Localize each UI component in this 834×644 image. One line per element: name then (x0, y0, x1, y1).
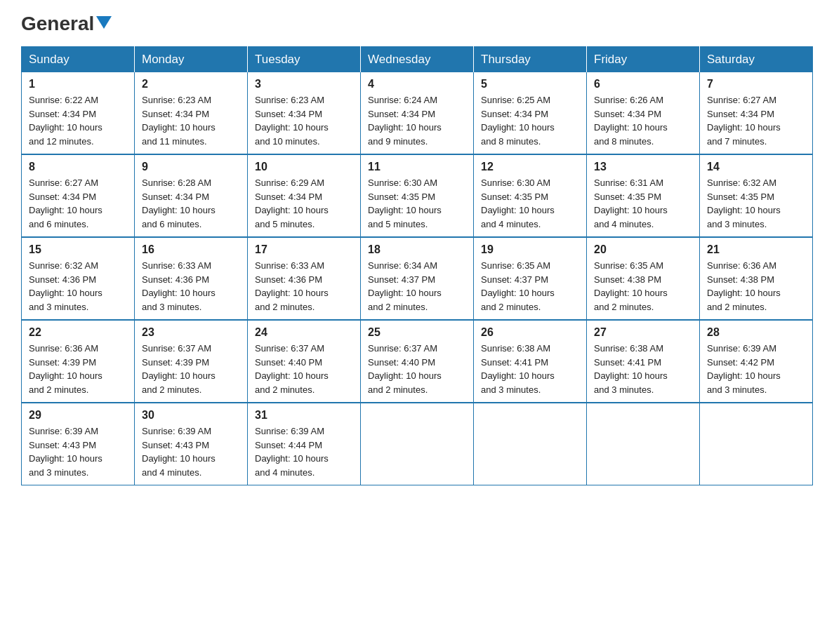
calendar-cell: 29 Sunrise: 6:39 AMSunset: 4:43 PMDaylig… (22, 403, 135, 485)
column-header-friday: Friday (587, 47, 700, 73)
day-info: Sunrise: 6:35 AMSunset: 4:38 PMDaylight:… (594, 259, 692, 314)
day-info: Sunrise: 6:28 AMSunset: 4:34 PMDaylight:… (142, 176, 240, 231)
day-info: Sunrise: 6:26 AMSunset: 4:34 PMDaylight:… (594, 93, 692, 148)
day-number: 7 (707, 78, 805, 90)
calendar-cell (361, 403, 474, 485)
day-info: Sunrise: 6:22 AMSunset: 4:34 PMDaylight:… (29, 93, 127, 148)
calendar-cell (700, 403, 813, 485)
calendar-cell: 1 Sunrise: 6:22 AMSunset: 4:34 PMDayligh… (22, 72, 135, 154)
day-number: 22 (29, 326, 127, 339)
calendar-cell: 22 Sunrise: 6:36 AMSunset: 4:39 PMDaylig… (22, 320, 135, 403)
day-info: Sunrise: 6:36 AMSunset: 4:38 PMDaylight:… (707, 259, 805, 314)
day-info: Sunrise: 6:33 AMSunset: 4:36 PMDaylight:… (255, 259, 353, 314)
day-number: 12 (481, 161, 579, 173)
day-number: 25 (368, 326, 466, 339)
day-info: Sunrise: 6:37 AMSunset: 4:40 PMDaylight:… (255, 342, 353, 396)
calendar-week-row: 8 Sunrise: 6:27 AMSunset: 4:34 PMDayligh… (22, 154, 813, 237)
day-info: Sunrise: 6:39 AMSunset: 4:44 PMDaylight:… (255, 424, 353, 479)
day-number: 6 (594, 78, 692, 90)
day-info: Sunrise: 6:32 AMSunset: 4:35 PMDaylight:… (707, 176, 805, 231)
day-number: 23 (142, 326, 240, 339)
day-number: 27 (594, 326, 692, 339)
calendar-table: SundayMondayTuesdayWednesdayThursdayFrid… (21, 46, 813, 485)
calendar-cell: 30 Sunrise: 6:39 AMSunset: 4:43 PMDaylig… (135, 403, 248, 485)
day-number: 15 (29, 243, 127, 256)
column-header-thursday: Thursday (474, 47, 587, 73)
calendar-cell: 18 Sunrise: 6:34 AMSunset: 4:37 PMDaylig… (361, 237, 474, 320)
day-number: 16 (142, 243, 240, 256)
day-info: Sunrise: 6:32 AMSunset: 4:36 PMDaylight:… (29, 259, 127, 314)
calendar-cell: 23 Sunrise: 6:37 AMSunset: 4:39 PMDaylig… (135, 320, 248, 403)
calendar-cell: 16 Sunrise: 6:33 AMSunset: 4:36 PMDaylig… (135, 237, 248, 320)
day-info: Sunrise: 6:23 AMSunset: 4:34 PMDaylight:… (255, 93, 353, 148)
day-info: Sunrise: 6:39 AMSunset: 4:42 PMDaylight:… (707, 342, 805, 396)
day-number: 21 (707, 243, 805, 256)
calendar-cell: 9 Sunrise: 6:28 AMSunset: 4:34 PMDayligh… (135, 154, 248, 237)
day-number: 17 (255, 243, 353, 256)
calendar-cell: 10 Sunrise: 6:29 AMSunset: 4:34 PMDaylig… (248, 154, 361, 237)
day-number: 30 (142, 409, 240, 422)
calendar-cell: 17 Sunrise: 6:33 AMSunset: 4:36 PMDaylig… (248, 237, 361, 320)
day-info: Sunrise: 6:34 AMSunset: 4:37 PMDaylight:… (368, 259, 466, 314)
calendar-cell: 26 Sunrise: 6:38 AMSunset: 4:41 PMDaylig… (474, 320, 587, 403)
svg-marker-0 (96, 16, 112, 29)
day-number: 19 (481, 243, 579, 256)
day-info: Sunrise: 6:27 AMSunset: 4:34 PMDaylight:… (29, 176, 127, 231)
day-info: Sunrise: 6:31 AMSunset: 4:35 PMDaylight:… (594, 176, 692, 231)
calendar-cell: 7 Sunrise: 6:27 AMSunset: 4:34 PMDayligh… (700, 72, 813, 154)
day-number: 2 (142, 78, 240, 90)
day-number: 8 (29, 161, 127, 173)
day-info: Sunrise: 6:24 AMSunset: 4:34 PMDaylight:… (368, 93, 466, 148)
day-info: Sunrise: 6:37 AMSunset: 4:39 PMDaylight:… (142, 342, 240, 396)
day-info: Sunrise: 6:30 AMSunset: 4:35 PMDaylight:… (481, 176, 579, 231)
calendar-cell: 31 Sunrise: 6:39 AMSunset: 4:44 PMDaylig… (248, 403, 361, 485)
day-info: Sunrise: 6:39 AMSunset: 4:43 PMDaylight:… (142, 424, 240, 479)
calendar-cell: 28 Sunrise: 6:39 AMSunset: 4:42 PMDaylig… (700, 320, 813, 403)
logo-triangle-icon (96, 16, 112, 29)
logo: General (21, 14, 112, 34)
day-info: Sunrise: 6:38 AMSunset: 4:41 PMDaylight:… (594, 342, 692, 396)
calendar-cell: 21 Sunrise: 6:36 AMSunset: 4:38 PMDaylig… (700, 237, 813, 320)
calendar-week-row: 15 Sunrise: 6:32 AMSunset: 4:36 PMDaylig… (22, 237, 813, 320)
day-number: 18 (368, 243, 466, 256)
day-info: Sunrise: 6:25 AMSunset: 4:34 PMDaylight:… (481, 93, 579, 148)
calendar-cell (474, 403, 587, 485)
calendar-cell: 5 Sunrise: 6:25 AMSunset: 4:34 PMDayligh… (474, 72, 587, 154)
day-info: Sunrise: 6:27 AMSunset: 4:34 PMDaylight:… (707, 93, 805, 148)
day-number: 10 (255, 161, 353, 173)
calendar-cell: 27 Sunrise: 6:38 AMSunset: 4:41 PMDaylig… (587, 320, 700, 403)
column-header-saturday: Saturday (700, 47, 813, 73)
calendar-cell: 3 Sunrise: 6:23 AMSunset: 4:34 PMDayligh… (248, 72, 361, 154)
calendar-cell: 4 Sunrise: 6:24 AMSunset: 4:34 PMDayligh… (361, 72, 474, 154)
day-number: 4 (368, 78, 466, 90)
column-header-monday: Monday (135, 47, 248, 73)
day-number: 1 (29, 78, 127, 90)
day-info: Sunrise: 6:23 AMSunset: 4:34 PMDaylight:… (142, 93, 240, 148)
day-number: 31 (255, 409, 353, 422)
calendar-cell: 2 Sunrise: 6:23 AMSunset: 4:34 PMDayligh… (135, 72, 248, 154)
day-number: 24 (255, 326, 353, 339)
calendar-cell (587, 403, 700, 485)
day-info: Sunrise: 6:30 AMSunset: 4:35 PMDaylight:… (368, 176, 466, 231)
day-number: 5 (481, 78, 579, 90)
calendar-cell: 24 Sunrise: 6:37 AMSunset: 4:40 PMDaylig… (248, 320, 361, 403)
calendar-cell: 25 Sunrise: 6:37 AMSunset: 4:40 PMDaylig… (361, 320, 474, 403)
calendar-week-row: 1 Sunrise: 6:22 AMSunset: 4:34 PMDayligh… (22, 72, 813, 154)
day-info: Sunrise: 6:35 AMSunset: 4:37 PMDaylight:… (481, 259, 579, 314)
calendar-cell: 13 Sunrise: 6:31 AMSunset: 4:35 PMDaylig… (587, 154, 700, 237)
calendar-cell: 19 Sunrise: 6:35 AMSunset: 4:37 PMDaylig… (474, 237, 587, 320)
day-number: 3 (255, 78, 353, 90)
day-number: 26 (481, 326, 579, 339)
day-number: 11 (368, 161, 466, 173)
page-header: General (21, 14, 813, 34)
day-info: Sunrise: 6:37 AMSunset: 4:40 PMDaylight:… (368, 342, 466, 396)
calendar-cell: 20 Sunrise: 6:35 AMSunset: 4:38 PMDaylig… (587, 237, 700, 320)
day-number: 20 (594, 243, 692, 256)
column-header-wednesday: Wednesday (361, 47, 474, 73)
logo-text-general: General (21, 14, 94, 34)
calendar-cell: 14 Sunrise: 6:32 AMSunset: 4:35 PMDaylig… (700, 154, 813, 237)
calendar-week-row: 22 Sunrise: 6:36 AMSunset: 4:39 PMDaylig… (22, 320, 813, 403)
calendar-cell: 12 Sunrise: 6:30 AMSunset: 4:35 PMDaylig… (474, 154, 587, 237)
calendar-cell: 6 Sunrise: 6:26 AMSunset: 4:34 PMDayligh… (587, 72, 700, 154)
day-number: 14 (707, 161, 805, 173)
